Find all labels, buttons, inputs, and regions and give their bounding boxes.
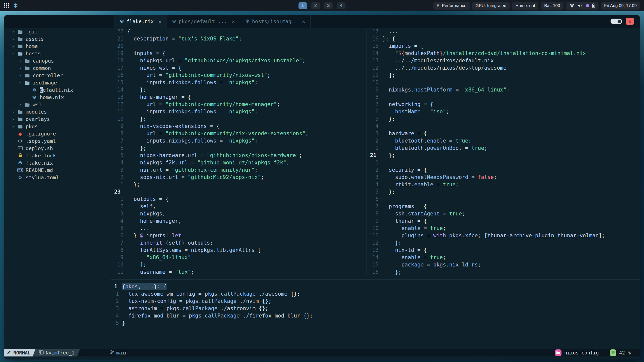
code-line[interactable]: 9 nix-vscode-extensions = { <box>111 123 367 130</box>
code-line[interactable]: 6 <box>367 196 640 203</box>
code-line[interactable]: 15 imports = [ <box>367 42 640 50</box>
code-line[interactable]: 11 plugins = with pkgs.xfce; [thunar-arc… <box>367 232 640 239</box>
nixos-logo-icon[interactable]: ❄ <box>13 3 18 9</box>
code-line[interactable]: 8 <box>367 94 640 101</box>
tab-close-icon[interactable]: × <box>158 18 162 25</box>
code-line[interactable]: 23 <box>111 188 367 196</box>
chevron-right-icon[interactable]: › <box>10 116 16 122</box>
chevron-right-icon[interactable]: › <box>17 72 23 78</box>
code-line[interactable]: 14 enable = true; <box>367 254 640 261</box>
code-line[interactable]: 3 hardware = { <box>367 130 640 137</box>
code-line[interactable]: 13 home-manager = { <box>111 94 367 101</box>
code-line[interactable]: 2 sops-nix.url = "github:Mic92/sops-nix"… <box>111 174 367 181</box>
chevron-right-icon[interactable]: › <box>10 36 16 42</box>
code-line[interactable]: 17 ... <box>367 28 640 35</box>
code-line[interactable]: 6 hostName = "iso"; <box>367 108 640 115</box>
system-tray[interactable] <box>566 2 598 10</box>
code-line[interactable]: 11 inputs.nixpkgs.follows = "nixpkgs"; <box>111 108 367 115</box>
code-line[interactable]: 2 self, <box>111 203 367 210</box>
code-line[interactable]: 1 <box>367 159 640 166</box>
code-line[interactable]: 6 }; <box>111 145 367 152</box>
tree-item-isoImage[interactable]: ›isoImage <box>4 79 111 86</box>
tree-item-home.nix[interactable]: ❄home.nix <box>4 94 111 101</box>
code-line[interactable]: 3 nur.url = "github:nix-community/nur"; <box>111 166 367 174</box>
tree-item-flake.nix[interactable]: ❄flake.nix <box>4 159 111 166</box>
code-line[interactable]: 1 }; <box>111 181 367 188</box>
app-launcher-icon[interactable] <box>4 3 9 8</box>
window-separator[interactable] <box>111 276 640 283</box>
code-line[interactable]: 5 nixos-hardware.url = "github:nixos/nix… <box>111 152 367 159</box>
wifi-icon[interactable] <box>569 4 575 8</box>
tree-item-common[interactable]: ›common <box>4 64 111 72</box>
tree-item-canopus[interactable]: ›canopus <box>4 57 111 64</box>
code-line[interactable]: 4 <box>367 123 640 130</box>
code-line[interactable]: 21 }; <box>367 152 640 159</box>
code-line[interactable]: 11 username = "tux"; <box>111 268 367 276</box>
pin-toggle-icon[interactable] <box>611 19 622 24</box>
tree-item-.git[interactable]: ›.git <box>4 28 111 35</box>
code-line[interactable]: 1{pkgs, ...}: { <box>111 283 640 290</box>
code-line[interactable]: 16 url = "github:nix-community/nixos-wsl… <box>111 72 367 79</box>
tree-item-deploy.sh[interactable]: deploy.sh <box>4 145 111 152</box>
code-line[interactable]: 10 }; <box>111 115 367 123</box>
status-dot-icon[interactable] <box>586 4 589 7</box>
code-line[interactable]: 5 }; <box>367 115 640 123</box>
code-line[interactable]: 21 description = "tux's NixOS Flake"; <box>111 35 367 42</box>
tree-item-wsl[interactable]: ›wsl <box>4 101 111 108</box>
code-line[interactable]: 12 ../../modules/nixos/desktop/awesome <box>367 64 640 72</box>
code-line[interactable]: 5 }; <box>367 188 640 196</box>
code-line[interactable]: 7 inherit (self) outputs; <box>111 239 367 247</box>
tree-item-pkgs[interactable]: ›pkgs <box>4 123 111 130</box>
code-line[interactable]: 5 ... <box>111 225 367 232</box>
workspace-button-4[interactable]: 4 <box>337 2 346 9</box>
workspace-button-2[interactable]: 2 <box>311 2 320 9</box>
code-line[interactable]: 16}: { <box>367 35 640 42</box>
code-line[interactable]: 4 firefox-mod-blur = pkgs.callPackage ./… <box>111 312 640 320</box>
code-line[interactable]: 12 }; <box>367 239 640 247</box>
code-line[interactable]: 7 networking = { <box>367 101 640 108</box>
code-line[interactable]: 13 nix-ld = { <box>367 247 640 254</box>
code-line[interactable]: 7 inputs.nixpkgs.follows = "nixpkgs"; <box>111 137 367 145</box>
code-line[interactable]: 1 bluetooth.powerOnBoot = true; <box>367 145 640 152</box>
code-line[interactable]: 5} <box>111 320 640 327</box>
code-line[interactable]: 2 tux-nvim-config = pkgs.callPackage ./n… <box>111 298 640 305</box>
chevron-right-icon[interactable]: › <box>10 28 16 35</box>
code-line[interactable]: 20 <box>111 42 367 50</box>
tree-item-flake.lock[interactable]: flake.lock <box>4 152 111 159</box>
chevron-right-icon[interactable]: › <box>17 58 23 64</box>
code-line[interactable]: 9 nixpkgs.hostPlatform = "x86_64-linux"; <box>367 86 640 94</box>
code-line[interactable]: 14 }; <box>111 86 367 94</box>
code-line[interactable]: 3 astronvim = pkgs.callPackage ./astronv… <box>111 305 640 312</box>
tree-item-modules[interactable]: ›modules <box>4 108 111 115</box>
code-line[interactable]: 1 outputs = { <box>111 196 367 203</box>
code-line[interactable]: 11 ]; <box>367 72 640 79</box>
chevron-down-icon[interactable]: › <box>10 50 16 57</box>
tree-item-.gitignore[interactable]: ◆.gitignore <box>4 130 111 137</box>
code-line[interactable]: 18 nixpkgs.url = "github:nixos/nixpkgs/n… <box>111 57 367 64</box>
tab-hosts/isoImag..[interactable]: ❄hosts/isoImag..× <box>240 15 311 28</box>
code-line[interactable]: 4 nixpkgs-f2k.url = "github:moni-dz/nixp… <box>111 159 367 166</box>
code-line[interactable]: 12 url = "github:nix-community/home-mana… <box>111 101 367 108</box>
code-line[interactable]: 1 tux-awesome-wm-config = pkgs.callPacka… <box>111 290 640 298</box>
code-line[interactable]: 10 ]; <box>111 261 367 268</box>
chevron-down-icon[interactable]: › <box>17 79 23 86</box>
code-line[interactable]: 8 ssh.startAgent = true; <box>367 210 640 217</box>
tree-item-controller[interactable]: ›controller <box>4 72 111 79</box>
window-close-button[interactable]: × <box>626 18 634 25</box>
code-line[interactable]: 9 thunar = { <box>367 217 640 225</box>
code-line[interactable]: 3 nixpkgs, <box>111 210 367 217</box>
chevron-right-icon[interactable]: › <box>17 101 23 108</box>
code-line[interactable]: 10 <box>367 79 640 86</box>
tree-item-.sops.yaml[interactable]: ⚙.sops.yaml <box>4 137 111 145</box>
code-line[interactable]: 9 "x86_64-linux" <box>111 254 367 261</box>
chevron-right-icon[interactable]: › <box>10 123 16 129</box>
code-line[interactable]: 2 bluetooth.enable = true; <box>367 137 640 145</box>
tree-item-stylua.toml[interactable]: ⚙stylua.toml <box>4 174 111 181</box>
code-line[interactable]: 10 enable = true; <box>367 225 640 232</box>
code-line[interactable]: 17 nixos-wsl = { <box>111 64 367 72</box>
battery-icon[interactable] <box>592 3 595 8</box>
chevron-right-icon[interactable]: › <box>10 109 16 115</box>
code-line[interactable]: 7 programs = { <box>367 203 640 210</box>
volume-icon[interactable] <box>578 4 583 8</box>
tab-pkgs/default ...[interactable]: ❄pkgs/default ...× <box>167 15 240 28</box>
